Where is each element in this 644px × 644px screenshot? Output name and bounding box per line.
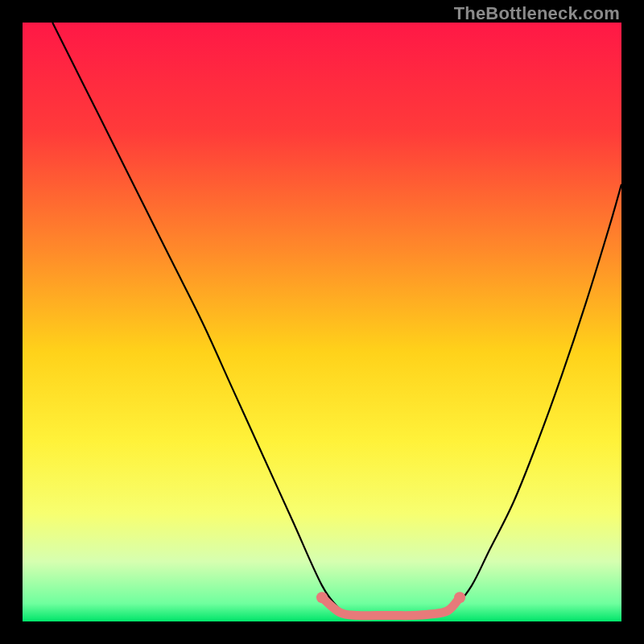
pink-endpoint-dot [454,592,465,603]
plot-area [23,23,621,621]
chart-svg [23,23,621,621]
chart-frame: TheBottleneck.com [0,0,644,644]
watermark-text: TheBottleneck.com [454,3,620,24]
pink-endpoint-dot [316,592,328,603]
gradient-background [23,23,621,621]
